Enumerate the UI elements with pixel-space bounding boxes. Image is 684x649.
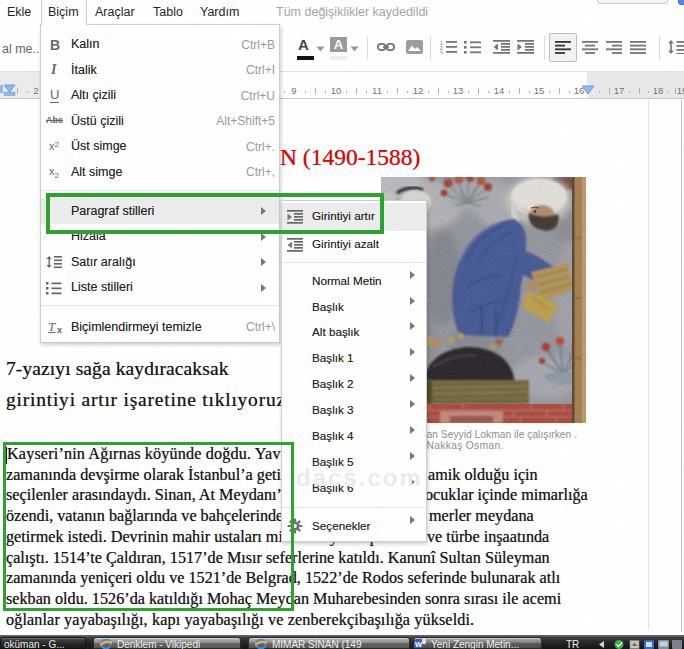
svg-text:2: 2	[33, 85, 38, 96]
svg-text:11: 11	[372, 85, 382, 96]
svg-text:3: 3	[440, 50, 443, 54]
svg-text:10: 10	[331, 85, 342, 96]
svg-text:9: 9	[291, 85, 296, 96]
svg-text:17: 17	[614, 85, 625, 96]
svg-text:19: 19	[677, 85, 684, 96]
svg-text:18: 18	[653, 85, 664, 96]
svg-text:14: 14	[494, 85, 505, 96]
svg-text:13: 13	[453, 85, 464, 96]
svg-text:12: 12	[413, 85, 424, 96]
svg-text:15: 15	[534, 85, 545, 96]
